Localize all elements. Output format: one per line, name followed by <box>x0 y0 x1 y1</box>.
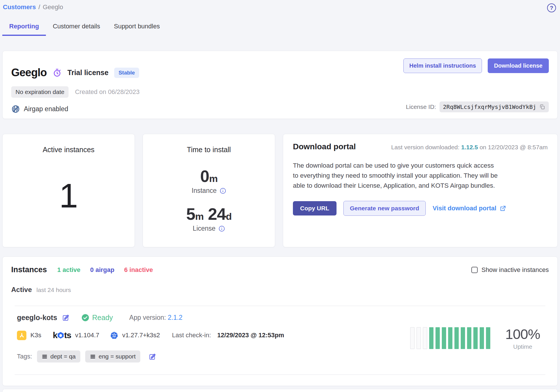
license-install-time: 5m 24d <box>186 204 232 224</box>
info-icon[interactable] <box>219 226 225 232</box>
kots-version: v1.104.7 <box>75 332 99 339</box>
edit-tags-icon[interactable] <box>149 353 156 360</box>
last-version-downloaded: Last version downloaded: 1.12.5 on 12/20… <box>391 144 548 151</box>
copy-url-button[interactable]: Copy URL <box>293 201 337 215</box>
tab-support-bundles[interactable]: Support bundles <box>107 19 167 36</box>
last-checkin-value: 12/29/2023 @ 12:53pm <box>217 332 284 339</box>
uptime-label: Uptime <box>504 343 541 350</box>
airgap-count[interactable]: 0 airgap <box>90 266 114 274</box>
k3s-icon <box>17 331 26 340</box>
breadcrumb: Customers / Geeglo <box>3 3 63 11</box>
active-count[interactable]: 1 active <box>57 266 81 274</box>
license-id-value[interactable]: 2Rq8WLcsjfxqrMysjvB1WodYkBj <box>440 101 549 112</box>
customer-name: Geeglo <box>11 66 47 79</box>
active-instances-value: 1 <box>59 154 78 247</box>
check-circle-icon <box>81 314 89 322</box>
instance-status: Ready <box>81 313 113 322</box>
instance-name: geeglo-kots <box>17 313 57 322</box>
external-link-icon <box>499 205 506 212</box>
distro-label: K3s <box>30 332 41 339</box>
tab-customer-details[interactable]: Customer details <box>46 19 107 36</box>
k8s-version: v1.27.7+k3s2 <box>122 332 160 339</box>
instance-row: geeglo-kots <box>11 306 549 362</box>
info-icon[interactable] <box>220 188 226 194</box>
uptime-summary: 100% Uptime <box>504 326 541 350</box>
active-instances-title: Active instances <box>43 146 95 154</box>
kots-logo: kts <box>53 330 71 340</box>
top-bar: Customers / Geeglo ? <box>0 0 560 12</box>
time-to-install-card: Time to install 0m Instance 5m 24d Licen… <box>143 134 275 247</box>
license-install-label: License <box>193 225 215 232</box>
copy-icon[interactable] <box>539 104 545 110</box>
uptime-bars <box>410 327 490 349</box>
license-id-label: License ID: <box>406 103 436 110</box>
instance-install-time: 0m <box>200 166 218 186</box>
next-card-strip <box>2 389 558 392</box>
customer-header-card: Geeglo Trial license Stable Helm install… <box>2 51 558 119</box>
active-section-range: last 24 hours <box>36 287 71 293</box>
trial-clock-icon <box>52 68 62 77</box>
instances-title: Instances <box>11 265 47 274</box>
generate-new-password-button[interactable]: Generate new password <box>343 201 426 216</box>
inactive-count[interactable]: 6 inactive <box>124 266 153 274</box>
show-inactive-checkbox[interactable] <box>471 267 478 273</box>
tag-chip[interactable]: dept = qa <box>37 350 80 362</box>
tag-lines-icon <box>42 354 48 360</box>
download-portal-title: Download portal <box>293 142 356 151</box>
tags-label: Tags: <box>17 353 32 360</box>
breadcrumb-current: Geeglo <box>43 3 63 11</box>
kots-o-glyph <box>58 332 64 339</box>
tag-lines-icon <box>90 354 96 360</box>
show-inactive-label: Show inactive instances <box>481 266 549 274</box>
tag-chip[interactable]: eng = support <box>85 350 140 362</box>
instances-card: Instances 1 active 0 airgap 6 inactive S… <box>2 256 558 386</box>
last-checkin-label: Last check-in: <box>172 332 211 339</box>
edit-name-icon[interactable] <box>62 314 70 322</box>
divider <box>15 375 545 375</box>
helm-install-instructions-button[interactable]: Helm install instructions <box>403 58 482 73</box>
download-license-button[interactable]: Download license <box>488 58 549 73</box>
breadcrumb-customers-link[interactable]: Customers <box>3 3 36 11</box>
app-version-link[interactable]: 2.1.2 <box>168 314 182 321</box>
tab-reporting[interactable]: Reporting <box>2 19 46 36</box>
instance-install-label: Instance <box>192 187 217 195</box>
active-section-heading: Active <box>11 286 32 294</box>
created-date-text: Created on 06/28/2023 <box>75 88 139 96</box>
uptime-value: 100% <box>504 326 541 342</box>
breadcrumb-separator: / <box>38 3 40 11</box>
airgap-enabled-label: Airgap enabled <box>24 105 68 113</box>
channel-badge: Stable <box>114 68 139 78</box>
help-icon[interactable]: ? <box>547 3 556 12</box>
last-version-link[interactable]: 1.12.5 <box>461 144 478 150</box>
show-inactive-toggle[interactable]: Show inactive instances <box>471 266 549 274</box>
visit-download-portal-link[interactable]: Visit download portal <box>433 205 506 212</box>
main-content: Geeglo Trial license Stable Helm install… <box>0 51 560 392</box>
license-type-label: Trial license <box>67 68 108 77</box>
time-to-install-title: Time to install <box>187 146 231 154</box>
kubernetes-icon <box>110 331 118 339</box>
expiration-badge: No expiration date <box>11 86 69 98</box>
active-instances-card: Active instances 1 <box>2 134 135 247</box>
download-portal-description: The download portal can be used to give … <box>293 160 499 191</box>
download-portal-card: Download portal Last version downloaded:… <box>283 134 558 247</box>
app-version: App version: 2.1.2 <box>129 314 182 322</box>
tab-bar: Reporting Customer details Support bundl… <box>2 19 560 36</box>
airgap-globe-icon <box>11 105 20 113</box>
